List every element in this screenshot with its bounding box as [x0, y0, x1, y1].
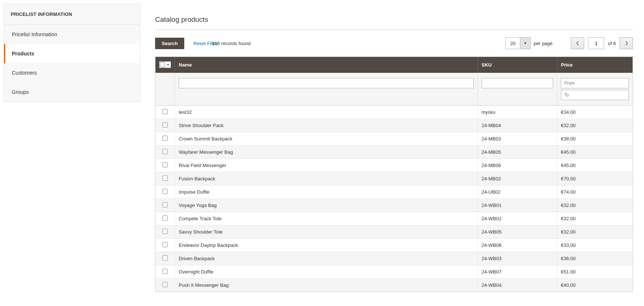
header-name[interactable]: Name — [175, 57, 478, 73]
row-sku-cell: 24-WB06 — [478, 239, 557, 252]
toolbar-left: Search Reset Filter — [155, 38, 219, 49]
row-name-cell: Crown Summit Backpack — [175, 132, 478, 146]
sidebar-item-groups[interactable]: Groups — [4, 82, 140, 102]
search-button[interactable]: Search — [155, 38, 184, 49]
row-checkbox[interactable] — [162, 122, 168, 127]
row-price-cell: €32.00 — [557, 212, 633, 225]
table-row[interactable]: Strive Shoulder Pack24-MB04€32.00 — [155, 119, 633, 132]
row-price-cell: €34.00 — [557, 106, 633, 119]
chevron-down-icon[interactable]: ▼ — [165, 62, 171, 68]
table-row[interactable]: test32mysku€34.00 — [155, 106, 633, 119]
chevron-down-icon[interactable]: ▼ — [520, 38, 530, 49]
select-all-control[interactable]: ▼ — [159, 61, 171, 68]
sidebar-item-customers[interactable]: Customers — [4, 63, 140, 82]
select-all-checkbox[interactable] — [160, 62, 165, 67]
row-checkbox-cell — [155, 279, 175, 292]
filter-checkbox-cell — [155, 73, 175, 106]
prev-page-button[interactable] — [571, 37, 584, 49]
sidebar-item-products[interactable]: Products — [4, 44, 140, 63]
table-row[interactable]: Fusion Backpack24-MB02€70.00 — [155, 172, 633, 186]
header-price[interactable]: Price — [557, 57, 633, 73]
row-checkbox[interactable] — [162, 229, 168, 234]
row-checkbox[interactable] — [162, 202, 168, 207]
table-row[interactable]: Rival Field Messenger24-MB06€45.00 — [155, 159, 633, 172]
row-checkbox[interactable] — [162, 215, 168, 221]
row-checkbox[interactable] — [162, 149, 168, 154]
row-sku-cell: 24-WB02 — [478, 212, 557, 225]
row-checkbox[interactable] — [162, 109, 168, 114]
row-checkbox[interactable] — [162, 282, 168, 287]
row-sku-cell: 24-WB04 — [478, 279, 557, 292]
row-price-cell: €40.00 — [557, 279, 633, 292]
row-name-cell: test32 — [175, 106, 478, 119]
row-name-cell: Impulse Duffle — [175, 186, 478, 199]
row-sku-cell: 24-MB04 — [478, 119, 557, 132]
row-checkbox-cell — [155, 239, 175, 252]
row-checkbox-cell — [155, 172, 175, 186]
row-price-cell: €36.00 — [557, 252, 633, 265]
table-row[interactable]: Compete Track Tote24-WB02€32.00 — [155, 212, 633, 225]
per-page-label: per page — [534, 41, 552, 46]
row-checkbox-cell — [155, 146, 175, 159]
row-checkbox-cell — [155, 212, 175, 225]
toolbar-right: 20 ▼ per page of 6 — [506, 37, 633, 49]
row-name-cell: Compete Track Tote — [175, 212, 478, 225]
row-price-cell: €32.00 — [557, 225, 633, 239]
table-row[interactable]: Driven Backpack24-WB03€36.00 — [155, 252, 633, 265]
table-row[interactable]: Voyage Yoga Bag24-WB01€32.00 — [155, 199, 633, 212]
row-checkbox[interactable] — [162, 242, 168, 247]
main-content: Catalog products Search Reset Filter 116… — [155, 4, 640, 292]
row-checkbox[interactable] — [162, 255, 168, 261]
toolbar: Search Reset Filter 116 records found 20… — [155, 37, 633, 49]
filter-sku-input[interactable] — [482, 78, 553, 88]
row-name-cell: Driven Backpack — [175, 252, 478, 265]
sidebar-item-pricelist-information[interactable]: Pricelist Information — [4, 25, 140, 44]
per-page-value: 20 — [506, 41, 520, 46]
row-checkbox-cell — [155, 225, 175, 239]
row-name-cell: Strive Shoulder Pack — [175, 119, 478, 132]
row-price-cell: €33.00 — [557, 239, 633, 252]
header-sku[interactable]: SKU — [478, 57, 557, 73]
table-row[interactable]: Savvy Shoulder Tote24-WB05€32.00 — [155, 225, 633, 239]
row-checkbox[interactable] — [162, 162, 168, 167]
table-row[interactable]: Crown Summit Backpack24-MB03€38.00 — [155, 132, 633, 146]
row-checkbox[interactable] — [162, 189, 168, 194]
row-sku-cell: 24-MB06 — [478, 159, 557, 172]
row-sku-cell: mysku — [478, 106, 557, 119]
chevron-right-icon — [625, 40, 628, 46]
row-name-cell: Voyage Yoga Bag — [175, 199, 478, 212]
row-name-cell: Fusion Backpack — [175, 172, 478, 186]
pager: of 6 — [571, 37, 633, 49]
filter-price-from-input[interactable] — [561, 78, 629, 88]
row-checkbox-cell — [155, 159, 175, 172]
row-checkbox[interactable] — [162, 176, 168, 181]
filter-name-input[interactable] — [179, 78, 474, 88]
table-header-row: ▼ Name SKU Price — [155, 57, 633, 73]
table-row[interactable]: Wayfarer Messenger Bag24-MB05€45.00 — [155, 146, 633, 159]
table-row[interactable]: Impulse Duffle24-UB02€74.00 — [155, 186, 633, 199]
per-page-control: 20 ▼ per page — [506, 37, 553, 49]
next-page-button[interactable] — [620, 37, 633, 49]
table-row[interactable]: Overnight Duffle24-WB07€51.00 — [155, 265, 633, 279]
page-input[interactable] — [588, 37, 604, 49]
row-sku-cell: 24-MB03 — [478, 132, 557, 146]
row-sku-cell: 24-MB05 — [478, 146, 557, 159]
table-row[interactable]: Push It Messenger Bag24-WB04€40.00 — [155, 279, 633, 292]
row-checkbox-cell — [155, 106, 175, 119]
row-sku-cell: 24-UB02 — [478, 186, 557, 199]
filter-price-to-input[interactable] — [561, 90, 629, 100]
row-price-cell: €45.00 — [557, 146, 633, 159]
table-row[interactable]: Endeavor Daytrip Backpack24-WB06€33.00 — [155, 239, 633, 252]
filter-price-cell — [557, 73, 633, 106]
row-sku-cell: 24-WB05 — [478, 225, 557, 239]
per-page-select[interactable]: 20 ▼ — [506, 37, 531, 49]
row-checkbox-cell — [155, 119, 175, 132]
row-checkbox[interactable] — [162, 269, 168, 274]
row-price-cell: €45.00 — [557, 159, 633, 172]
filter-sku-cell — [478, 73, 557, 106]
row-checkbox-cell — [155, 265, 175, 279]
row-sku-cell: 24-WB01 — [478, 199, 557, 212]
row-sku-cell: 24-MB02 — [478, 172, 557, 186]
row-checkbox[interactable] — [162, 136, 168, 141]
row-price-cell: €70.00 — [557, 172, 633, 186]
